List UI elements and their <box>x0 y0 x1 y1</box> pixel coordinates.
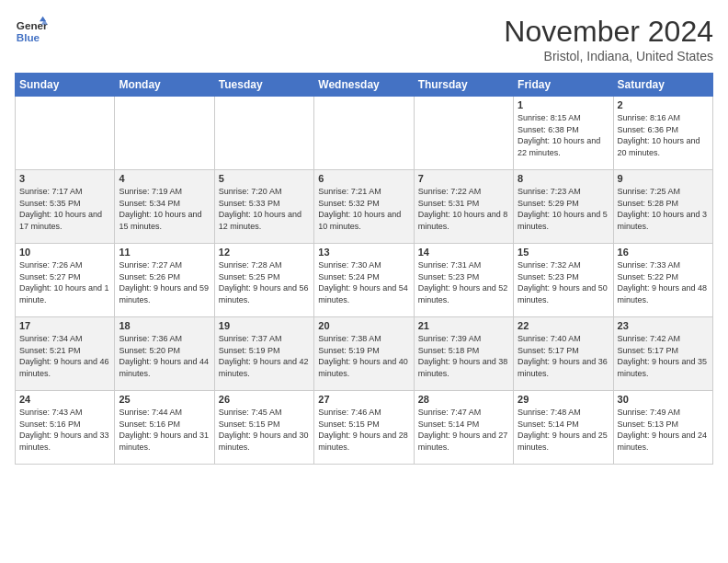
day-number: 9 <box>618 173 709 184</box>
day-number: 2 <box>618 99 709 110</box>
col-wednesday: Wednesday <box>314 74 414 97</box>
day-info: Sunrise: 7:28 AMSunset: 5:25 PMDaylight:… <box>219 259 310 305</box>
table-cell: 18Sunrise: 7:36 AMSunset: 5:20 PMDayligh… <box>115 317 214 391</box>
week-row-0: 1Sunrise: 8:15 AMSunset: 6:38 PMDaylight… <box>16 97 713 170</box>
day-number: 5 <box>219 173 310 184</box>
day-number: 28 <box>418 394 509 405</box>
table-cell: 9Sunrise: 7:25 AMSunset: 5:28 PMDaylight… <box>613 170 712 244</box>
table-cell: 29Sunrise: 7:48 AMSunset: 5:14 PMDayligh… <box>514 391 613 465</box>
header-row: Sunday Monday Tuesday Wednesday Thursday… <box>16 74 713 97</box>
logo-icon: General Blue <box>15 15 48 48</box>
day-info: Sunrise: 7:22 AMSunset: 5:31 PMDaylight:… <box>418 186 509 232</box>
table-cell: 2Sunrise: 8:16 AMSunset: 6:36 PMDaylight… <box>613 97 712 170</box>
day-number: 24 <box>19 394 110 405</box>
day-info: Sunrise: 7:48 AMSunset: 5:14 PMDaylight:… <box>518 407 609 453</box>
day-number: 29 <box>518 394 609 405</box>
day-number: 17 <box>19 320 110 331</box>
day-info: Sunrise: 7:42 AMSunset: 5:17 PMDaylight:… <box>618 333 709 379</box>
week-row-3: 17Sunrise: 7:34 AMSunset: 5:21 PMDayligh… <box>16 317 713 391</box>
day-number: 6 <box>318 173 409 184</box>
logo: General Blue <box>15 15 48 48</box>
day-info: Sunrise: 8:15 AMSunset: 6:38 PMDaylight:… <box>518 112 609 158</box>
table-cell <box>314 97 414 170</box>
day-info: Sunrise: 7:20 AMSunset: 5:33 PMDaylight:… <box>219 186 310 232</box>
col-saturday: Saturday <box>613 74 712 97</box>
day-info: Sunrise: 7:43 AMSunset: 5:16 PMDaylight:… <box>19 407 110 453</box>
day-number: 4 <box>119 173 210 184</box>
table-cell: 30Sunrise: 7:49 AMSunset: 5:13 PMDayligh… <box>613 391 712 465</box>
table-cell: 20Sunrise: 7:38 AMSunset: 5:19 PMDayligh… <box>314 317 414 391</box>
day-info: Sunrise: 7:34 AMSunset: 5:21 PMDaylight:… <box>19 333 110 379</box>
table-cell: 3Sunrise: 7:17 AMSunset: 5:35 PMDaylight… <box>16 170 115 244</box>
table-cell: 5Sunrise: 7:20 AMSunset: 5:33 PMDaylight… <box>214 170 313 244</box>
day-info: Sunrise: 7:33 AMSunset: 5:22 PMDaylight:… <box>618 259 709 305</box>
table-cell: 28Sunrise: 7:47 AMSunset: 5:14 PMDayligh… <box>414 391 513 465</box>
day-info: Sunrise: 7:23 AMSunset: 5:29 PMDaylight:… <box>518 186 609 232</box>
table-cell: 12Sunrise: 7:28 AMSunset: 5:25 PMDayligh… <box>214 244 313 317</box>
day-info: Sunrise: 7:38 AMSunset: 5:19 PMDaylight:… <box>318 333 409 379</box>
table-cell: 24Sunrise: 7:43 AMSunset: 5:16 PMDayligh… <box>16 391 115 465</box>
day-info: Sunrise: 7:44 AMSunset: 5:16 PMDaylight:… <box>119 407 210 453</box>
day-number: 13 <box>318 247 409 258</box>
table-cell: 4Sunrise: 7:19 AMSunset: 5:34 PMDaylight… <box>115 170 214 244</box>
day-number: 27 <box>318 394 409 405</box>
day-number: 23 <box>618 320 709 331</box>
day-number: 25 <box>119 394 210 405</box>
day-number: 15 <box>518 247 609 258</box>
table-cell: 27Sunrise: 7:46 AMSunset: 5:15 PMDayligh… <box>314 391 414 465</box>
day-info: Sunrise: 8:16 AMSunset: 6:36 PMDaylight:… <box>618 112 709 158</box>
calendar-table: Sunday Monday Tuesday Wednesday Thursday… <box>15 73 713 465</box>
table-cell <box>414 97 513 170</box>
day-number: 16 <box>618 247 709 258</box>
header: General Blue November 2024 Bristol, Indi… <box>15 15 713 63</box>
day-info: Sunrise: 7:49 AMSunset: 5:13 PMDaylight:… <box>618 407 709 453</box>
table-cell: 21Sunrise: 7:39 AMSunset: 5:18 PMDayligh… <box>414 317 513 391</box>
col-tuesday: Tuesday <box>214 74 313 97</box>
day-number: 21 <box>418 320 509 331</box>
col-friday: Friday <box>514 74 613 97</box>
day-number: 18 <box>119 320 210 331</box>
day-info: Sunrise: 7:19 AMSunset: 5:34 PMDaylight:… <box>119 186 210 232</box>
day-info: Sunrise: 7:37 AMSunset: 5:19 PMDaylight:… <box>219 333 310 379</box>
day-info: Sunrise: 7:31 AMSunset: 5:23 PMDaylight:… <box>418 259 509 305</box>
table-cell <box>214 97 313 170</box>
table-cell: 11Sunrise: 7:27 AMSunset: 5:26 PMDayligh… <box>115 244 214 317</box>
col-thursday: Thursday <box>414 74 513 97</box>
day-info: Sunrise: 7:40 AMSunset: 5:17 PMDaylight:… <box>518 333 609 379</box>
table-cell <box>115 97 214 170</box>
day-number: 7 <box>418 173 509 184</box>
table-cell: 6Sunrise: 7:21 AMSunset: 5:32 PMDaylight… <box>314 170 414 244</box>
table-cell: 14Sunrise: 7:31 AMSunset: 5:23 PMDayligh… <box>414 244 513 317</box>
day-info: Sunrise: 7:45 AMSunset: 5:15 PMDaylight:… <box>219 407 310 453</box>
table-cell: 1Sunrise: 8:15 AMSunset: 6:38 PMDaylight… <box>514 97 613 170</box>
table-cell: 15Sunrise: 7:32 AMSunset: 5:23 PMDayligh… <box>514 244 613 317</box>
day-info: Sunrise: 7:32 AMSunset: 5:23 PMDaylight:… <box>518 259 609 305</box>
day-info: Sunrise: 7:47 AMSunset: 5:14 PMDaylight:… <box>418 407 509 453</box>
day-info: Sunrise: 7:39 AMSunset: 5:18 PMDaylight:… <box>418 333 509 379</box>
col-monday: Monday <box>115 74 214 97</box>
svg-text:Blue: Blue <box>17 31 40 43</box>
week-row-1: 3Sunrise: 7:17 AMSunset: 5:35 PMDaylight… <box>16 170 713 244</box>
day-number: 12 <box>219 247 310 258</box>
day-info: Sunrise: 7:30 AMSunset: 5:24 PMDaylight:… <box>318 259 409 305</box>
day-number: 14 <box>418 247 509 258</box>
day-info: Sunrise: 7:25 AMSunset: 5:28 PMDaylight:… <box>618 186 709 232</box>
day-number: 3 <box>19 173 110 184</box>
calendar-title: November 2024 <box>504 15 713 49</box>
table-cell: 8Sunrise: 7:23 AMSunset: 5:29 PMDaylight… <box>514 170 613 244</box>
day-number: 10 <box>19 247 110 258</box>
day-info: Sunrise: 7:36 AMSunset: 5:20 PMDaylight:… <box>119 333 210 379</box>
col-sunday: Sunday <box>16 74 115 97</box>
day-info: Sunrise: 7:27 AMSunset: 5:26 PMDaylight:… <box>119 259 210 305</box>
day-info: Sunrise: 7:46 AMSunset: 5:15 PMDaylight:… <box>318 407 409 453</box>
day-number: 8 <box>518 173 609 184</box>
table-cell: 23Sunrise: 7:42 AMSunset: 5:17 PMDayligh… <box>613 317 712 391</box>
table-cell: 16Sunrise: 7:33 AMSunset: 5:22 PMDayligh… <box>613 244 712 317</box>
title-area: November 2024 Bristol, Indiana, United S… <box>504 15 713 63</box>
calendar-subtitle: Bristol, Indiana, United States <box>504 49 713 63</box>
table-cell: 7Sunrise: 7:22 AMSunset: 5:31 PMDaylight… <box>414 170 513 244</box>
day-number: 11 <box>119 247 210 258</box>
table-cell: 25Sunrise: 7:44 AMSunset: 5:16 PMDayligh… <box>115 391 214 465</box>
table-cell: 10Sunrise: 7:26 AMSunset: 5:27 PMDayligh… <box>16 244 115 317</box>
table-cell <box>16 97 115 170</box>
